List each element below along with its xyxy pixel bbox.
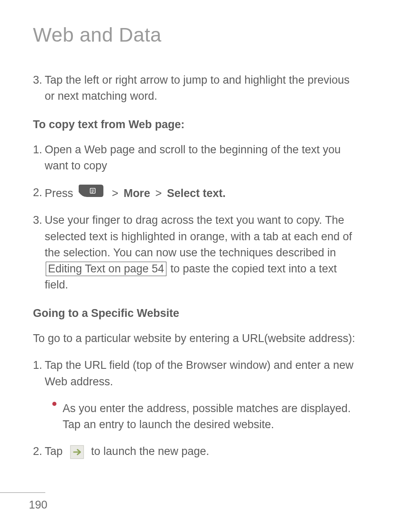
subheading-goto-website: Going to a Specific Website [33, 305, 360, 321]
step-text: Use your finger to drag across the text … [45, 212, 360, 293]
step-text: Tap the left or right arrow to jump to a… [45, 72, 360, 104]
numbered-step: 1. Tap the URL field (top of the Browser… [33, 357, 360, 389]
step-text-part1: Use your finger to drag across the text … [45, 214, 352, 258]
numbered-step: 1. Open a Web page and scroll to the beg… [33, 142, 360, 174]
bullet-text: As you enter the address, possible match… [63, 401, 360, 433]
menu-select-text-label: Select text. [167, 187, 226, 199]
bullet-icon [52, 401, 57, 433]
step-text: Open a Web page and scroll to the beginn… [45, 142, 360, 174]
numbered-step: 3. Tap the left or right arrow to jump t… [33, 72, 360, 104]
numbered-step: 3. Use your finger to drag across the te… [33, 212, 360, 293]
svg-point-4 [52, 402, 56, 406]
separator: > [112, 187, 119, 199]
subheading-copy-text: To copy text from Web page: [33, 117, 360, 133]
step-number: 3. [33, 212, 42, 293]
step-number: 1. [33, 142, 42, 174]
numbered-step: 2. Tap to launch the new page. [33, 443, 360, 459]
step-text: Tap the URL field (top of the Browser wi… [45, 357, 360, 389]
page-title: Web and Data [33, 21, 360, 49]
step-text: Press > More > Select text. [45, 185, 360, 202]
footer-rule [0, 492, 45, 493]
separator: > [155, 187, 162, 199]
step-number: 1. [33, 357, 42, 389]
numbered-step: 2. Press > More > Select text. [33, 185, 360, 202]
menu-more-label: More [124, 187, 150, 199]
step-text: Tap to launch the new page. [45, 443, 360, 459]
press-label: Press [45, 187, 73, 199]
cross-reference-link[interactable]: Editing Text on page 54 [46, 262, 167, 276]
step-text-post: to launch the new page. [88, 445, 209, 457]
page-number: 190 [29, 497, 360, 513]
step-number: 2. [33, 185, 42, 202]
step-number: 3. [33, 72, 42, 104]
paragraph: To go to a particular website by enterin… [33, 330, 360, 347]
go-arrow-icon [70, 445, 84, 459]
tap-label: Tap [45, 445, 66, 457]
bullet-item: As you enter the address, possible match… [52, 401, 360, 433]
step-number: 2. [33, 443, 42, 459]
menu-key-icon [78, 185, 103, 197]
